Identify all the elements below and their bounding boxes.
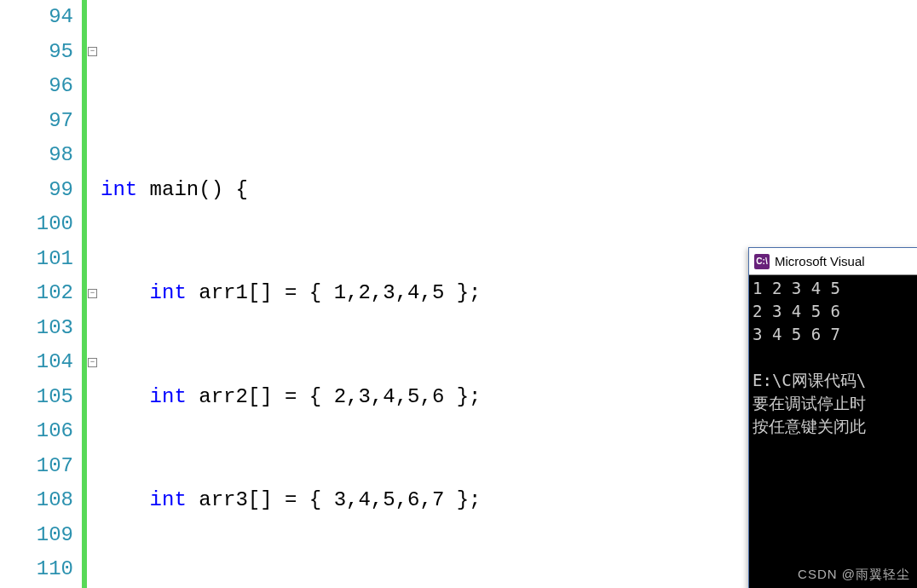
fold-toggle-icon[interactable]: − bbox=[88, 47, 97, 56]
line-number: 101 bbox=[0, 242, 73, 277]
line-number: 102 bbox=[0, 276, 73, 311]
line-number: 98 bbox=[0, 138, 73, 173]
console-line: 3 4 5 6 7 bbox=[753, 325, 840, 343]
console-line: 要在调试停止时 bbox=[753, 394, 866, 412]
console-line: 1 2 3 4 5 bbox=[753, 279, 840, 297]
line-number: 99 bbox=[0, 173, 73, 208]
keyword: int bbox=[150, 488, 187, 511]
line-number: 95 bbox=[0, 35, 73, 70]
line-number-gutter: 9495969798991001011021031041051061071081… bbox=[0, 0, 82, 588]
line-number: 100 bbox=[0, 207, 73, 242]
console-titlebar[interactable]: C:\ Microsoft Visual bbox=[749, 248, 917, 275]
line-number: 105 bbox=[0, 380, 73, 415]
vs-console-icon: C:\ bbox=[754, 254, 770, 269]
line-number: 107 bbox=[0, 449, 73, 484]
line-number: 94 bbox=[0, 0, 73, 35]
fold-toggle-icon[interactable]: − bbox=[88, 289, 97, 298]
line-number: 110 bbox=[0, 552, 73, 587]
line-number: 104 bbox=[0, 345, 73, 380]
console-line: 2 3 4 5 6 bbox=[753, 302, 840, 320]
console-window[interactable]: C:\ Microsoft Visual 1 2 3 4 5 2 3 4 5 6… bbox=[748, 247, 917, 588]
fold-column: − − − bbox=[87, 0, 99, 588]
console-title: Microsoft Visual bbox=[775, 254, 865, 268]
code-line[interactable]: int main() { bbox=[101, 173, 917, 208]
line-number: 106 bbox=[0, 414, 73, 449]
keyword: int bbox=[101, 178, 137, 201]
watermark: CSDN @雨翼轻尘 bbox=[798, 567, 910, 583]
keyword: int bbox=[150, 385, 187, 408]
console-output[interactable]: 1 2 3 4 5 2 3 4 5 6 3 4 5 6 7 E:\C网课代码\ … bbox=[749, 275, 917, 588]
line-number: 96 bbox=[0, 69, 73, 104]
line-number: 109 bbox=[0, 518, 73, 553]
line-number: 103 bbox=[0, 311, 73, 346]
line-number: 97 bbox=[0, 104, 73, 139]
console-line: E:\C网课代码\ bbox=[753, 371, 866, 389]
code-line[interactable] bbox=[101, 69, 917, 104]
line-number: 108 bbox=[0, 483, 73, 518]
console-line: 按任意键关闭此 bbox=[753, 417, 866, 435]
fold-toggle-icon[interactable]: − bbox=[88, 358, 97, 367]
keyword: int bbox=[150, 281, 187, 304]
